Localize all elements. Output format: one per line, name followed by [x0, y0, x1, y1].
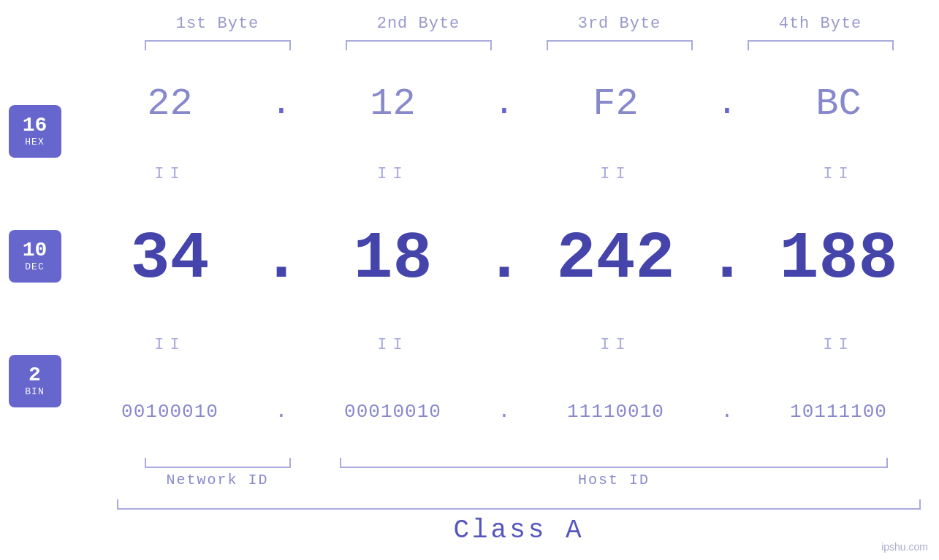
bin-dot-sym-2: . [498, 400, 511, 423]
bin-val-2: 00010010 [292, 401, 493, 423]
dec-dot-1: . [274, 222, 289, 296]
bin-badge: 2 BIN [9, 355, 61, 407]
dec-dot-3: . [720, 222, 734, 296]
byte-header-1: 1st Byte [117, 15, 318, 33]
eq2-sym-4: II [823, 336, 854, 354]
host-id-label: Host ID [340, 472, 888, 488]
top-brackets [117, 40, 939, 50]
eq2-4: II [738, 336, 939, 354]
bin-dot-sym-1: . [275, 400, 288, 423]
bin-dot-2: . [497, 400, 512, 423]
bin-value-2: 00010010 [344, 401, 441, 423]
byte-headers: 1st Byte 2nd Byte 3rd Byte 4th Byte [117, 15, 939, 33]
hex-value-2: 12 [370, 83, 415, 126]
bottom-section: Network ID Host ID [117, 458, 939, 488]
eq2-3: II [515, 336, 716, 354]
eq2-sym-3: II [600, 336, 631, 354]
hex-dot-2: . [497, 84, 512, 123]
eq-sym-3: II [600, 165, 631, 183]
dec-value-1: 34 [130, 226, 209, 292]
hex-value-4: BC [816, 83, 861, 126]
bracket-top-2 [346, 40, 492, 50]
dec-val-3: 242 [515, 226, 716, 292]
eq2-2: II [292, 336, 493, 354]
eq2-sym-2: II [377, 336, 408, 354]
bin-badge-label: BIN [25, 386, 44, 397]
bracket-cell-3 [519, 40, 720, 50]
dec-value-3: 242 [556, 226, 674, 292]
hex-dot-3: . [720, 84, 734, 123]
dec-dot-2: . [497, 222, 512, 296]
dec-row: 34 . 18 . 242 . 188 [69, 215, 939, 303]
bin-badge-number: 2 [28, 364, 41, 387]
bin-value-3: 11110010 [567, 401, 664, 423]
eq-sym-2: II [377, 165, 408, 183]
bottom-brackets [117, 458, 939, 468]
net-bracket-line [145, 458, 291, 468]
bin-dot-3: . [720, 400, 734, 423]
dec-val-4: 188 [738, 226, 939, 292]
dec-badge-label: DEC [25, 261, 44, 272]
byte-header-2: 2nd Byte [318, 15, 519, 33]
hex-val-4: BC [738, 83, 939, 126]
hex-dot-sym-3: . [717, 84, 738, 123]
bin-val-4: 10111100 [738, 401, 939, 423]
bin-val-3: 11110010 [515, 401, 716, 423]
content-area: 16 HEX 10 DEC 2 BIN 22 . [0, 61, 939, 450]
badges-column: 16 HEX 10 DEC 2 BIN [0, 61, 69, 450]
eq-sym-1: II [154, 165, 185, 183]
hex-row: 22 . 12 . F2 . BC [69, 74, 939, 133]
bracket-cell-1 [117, 40, 318, 50]
eq1-1: II [69, 165, 270, 183]
eq1-2: II [292, 165, 493, 183]
network-id-label: Network ID [117, 472, 318, 488]
bin-dot-1: . [274, 400, 289, 423]
eq2-sym-1: II [154, 336, 185, 354]
hex-badge: 16 HEX [9, 105, 61, 158]
dec-val-2: 18 [292, 226, 493, 292]
hex-value-1: 22 [147, 83, 192, 126]
bracket-top-3 [547, 40, 693, 50]
hex-val-3: F2 [515, 83, 716, 126]
eq-sym-4: II [823, 165, 854, 183]
dec-badge: 10 DEC [9, 230, 61, 283]
bin-dot-sym-3: . [721, 400, 734, 423]
class-section: Class A [117, 499, 939, 545]
values-column: 22 . 12 . F2 . BC [69, 61, 939, 450]
eq2-1: II [69, 336, 270, 354]
hex-badge-label: HEX [25, 137, 44, 147]
eq1-4: II [738, 165, 939, 183]
bin-value-1: 00100010 [121, 401, 218, 423]
host-bracket-span [340, 458, 888, 468]
hex-value-3: F2 [593, 83, 638, 126]
hex-badge-number: 16 [23, 115, 47, 137]
bracket-top-1 [145, 40, 291, 50]
bracket-top-4 [748, 40, 894, 50]
watermark: ipshu.com [881, 541, 928, 553]
bracket-cell-4 [720, 40, 921, 50]
equals-row-2: II II II II [69, 330, 939, 359]
eq1-3: II [515, 165, 716, 183]
byte-header-4: 4th Byte [720, 15, 921, 33]
net-bracket [117, 458, 318, 468]
class-label: Class A [117, 515, 921, 545]
bracket-cell-2 [318, 40, 519, 50]
dec-value-2: 18 [353, 226, 432, 292]
class-bracket [117, 499, 921, 510]
hex-val-1: 22 [69, 83, 270, 126]
host-bracket-line [340, 458, 888, 468]
hex-dot-1: . [274, 84, 289, 123]
bin-row: 00100010 . 00010010 . 11110010 . [69, 386, 939, 437]
dec-badge-number: 10 [23, 239, 47, 262]
hex-dot-sym-1: . [271, 84, 292, 123]
bin-value-4: 10111100 [790, 401, 887, 423]
main-container: 1st Byte 2nd Byte 3rd Byte 4th Byte 16 H… [0, 0, 939, 560]
id-labels: Network ID Host ID [117, 472, 939, 488]
hex-dot-sym-2: . [494, 84, 515, 123]
hex-val-2: 12 [292, 83, 493, 126]
byte-header-3: 3rd Byte [519, 15, 720, 33]
dec-val-1: 34 [69, 226, 270, 292]
equals-row-1: II II II II [69, 160, 939, 189]
dec-value-4: 188 [779, 226, 897, 292]
bin-val-1: 00100010 [69, 401, 270, 423]
